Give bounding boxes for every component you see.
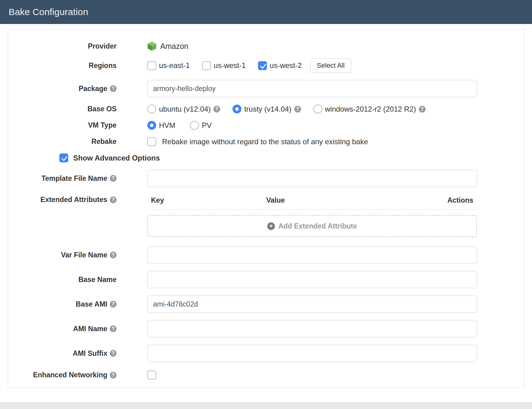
add-extended-attribute-label: Add Extended Attribute xyxy=(278,222,357,230)
base-os-label: Base OS xyxy=(8,105,117,113)
base-os-radio-ubuntu[interactable] xyxy=(147,105,156,113)
rebake-row: Rebake Rebake image without regard to th… xyxy=(8,137,524,146)
vm-type-radio-pv[interactable] xyxy=(190,121,199,130)
var-file-name-row: Var File Name ? xyxy=(8,246,524,264)
plus-icon: + xyxy=(267,222,275,230)
show-advanced-row: Show Advanced Options xyxy=(8,153,524,162)
regions-label: Regions xyxy=(8,62,117,70)
page-title: Bake Configuration xyxy=(9,7,88,17)
amazon-provider-icon xyxy=(147,41,157,51)
vm-type-option-label: HVM xyxy=(159,121,175,130)
base-os-option-label: windows-2012-r2 (2012 R2) xyxy=(325,105,416,113)
region-label: us-east-1 xyxy=(159,61,190,70)
vm-type-row: VM Type HVM PV xyxy=(8,121,524,130)
extended-attributes-table-header: Key Value Actions xyxy=(147,194,477,209)
base-os-option-label: trusty (v14.04) xyxy=(244,105,291,113)
help-icon[interactable]: ? xyxy=(419,106,426,113)
base-name-row: Base Name xyxy=(8,271,524,288)
enhanced-networking-checkbox[interactable] xyxy=(147,371,156,379)
extended-attributes-row: Extended Attributes ? Key Value Actions … xyxy=(8,194,524,237)
add-extended-attribute-button[interactable]: + Add Extended Attribute xyxy=(147,215,477,237)
vm-type-label: VM Type xyxy=(8,121,117,129)
template-file-name-label: Template File Name xyxy=(42,174,107,183)
help-icon[interactable]: ? xyxy=(294,106,301,113)
provider-row: Provider Amazon xyxy=(8,41,524,51)
template-file-name-input[interactable] xyxy=(147,170,477,187)
rebake-checkbox[interactable] xyxy=(147,137,156,146)
rebake-label: Rebake xyxy=(8,137,117,146)
provider-value: Amazon xyxy=(147,41,189,51)
region-checkbox-us-west-2[interactable] xyxy=(258,61,267,70)
base-name-input[interactable] xyxy=(147,271,477,288)
ami-suffix-row: AMI Suffix ? xyxy=(8,345,524,362)
ami-suffix-label: AMI Suffix xyxy=(73,349,107,358)
var-file-name-label: Var File Name xyxy=(61,251,107,259)
show-advanced-label: Show Advanced Options xyxy=(73,154,160,162)
base-os-radio-trusty[interactable] xyxy=(232,105,241,113)
region-checkbox-us-east-1[interactable] xyxy=(147,61,156,70)
page-background-strip xyxy=(0,402,532,409)
base-os-radio-windows-2012-r2[interactable] xyxy=(313,105,322,113)
help-icon[interactable]: ? xyxy=(213,106,220,113)
select-all-button[interactable]: Select All xyxy=(310,58,351,73)
help-icon[interactable]: ? xyxy=(110,325,117,332)
base-os-option-label: ubuntu (v12.04) xyxy=(159,105,211,113)
package-input[interactable] xyxy=(147,80,477,97)
modal-header: Bake Configuration xyxy=(0,0,532,24)
region-checkbox-us-west-1[interactable] xyxy=(202,61,211,70)
base-ami-input[interactable] xyxy=(147,296,477,313)
package-row: Package ? xyxy=(8,80,524,97)
region-label: us-west-1 xyxy=(214,61,246,70)
help-icon[interactable]: ? xyxy=(110,175,117,182)
vm-type-radio-hvm[interactable] xyxy=(147,121,156,130)
template-file-name-row: Template File Name ? xyxy=(8,170,524,187)
extended-attributes-label: Extended Attributes xyxy=(40,196,107,204)
help-icon[interactable]: ? xyxy=(110,85,117,92)
ami-name-input[interactable] xyxy=(147,320,477,337)
help-icon[interactable]: ? xyxy=(110,197,117,203)
ami-suffix-input[interactable] xyxy=(147,345,477,362)
rebake-description: Rebake image without regard to the statu… xyxy=(162,137,368,146)
help-icon[interactable]: ? xyxy=(110,252,117,258)
bake-configuration-form: Provider Amazon Regions us-east-1 us-wes… xyxy=(8,29,524,388)
provider-name: Amazon xyxy=(160,42,189,51)
base-ami-row: Base AMI ? xyxy=(8,296,524,313)
ami-name-row: AMI Name ? xyxy=(8,320,524,337)
enhanced-networking-row: Enhanced Networking ? xyxy=(8,371,524,379)
ami-name-label: AMI Name xyxy=(73,325,107,333)
package-label: Package xyxy=(79,85,107,93)
help-icon[interactable]: ? xyxy=(110,301,117,308)
column-header-value: Value xyxy=(266,196,447,204)
help-icon[interactable]: ? xyxy=(110,372,117,379)
vm-type-option-label: PV xyxy=(202,121,212,130)
provider-label: Provider xyxy=(8,42,117,50)
region-label: us-west-2 xyxy=(270,61,302,70)
regions-row: Regions us-east-1 us-west-1 us-west-2 Se… xyxy=(8,58,524,73)
show-advanced-checkbox[interactable] xyxy=(59,153,68,162)
column-header-actions: Actions xyxy=(447,196,473,204)
base-ami-label: Base AMI xyxy=(76,300,107,308)
help-icon[interactable]: ? xyxy=(110,350,117,357)
base-os-row: Base OS ubuntu (v12.04) ? trusty (v14.04… xyxy=(8,105,524,113)
enhanced-networking-label: Enhanced Networking xyxy=(33,371,107,379)
var-file-name-input[interactable] xyxy=(147,246,477,264)
base-name-label: Base Name xyxy=(8,276,117,284)
column-header-key: Key xyxy=(151,196,266,204)
